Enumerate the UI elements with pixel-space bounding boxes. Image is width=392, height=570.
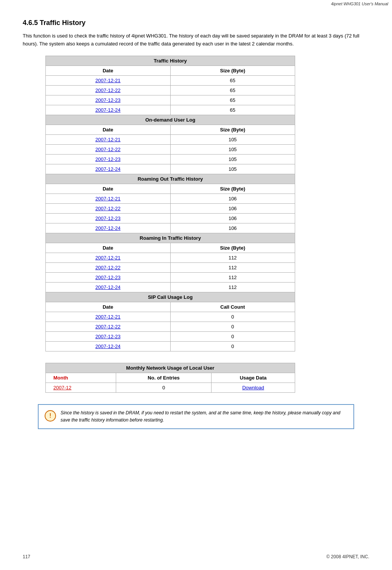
sip-date-link-2[interactable]: 2007-12-22 [95,324,121,330]
sip-count-4: 0 [170,341,295,351]
footer: 117 © 2008 4IPNET, INC. [0,551,392,562]
monthly-usage-header: Monthly Network Usage of Local User [46,363,295,373]
table-row: 2007-12-22 106 [46,203,295,213]
download-link-1[interactable]: Download [242,385,264,390]
manual-title: 4ipnet WHG301 User's Manual [327,0,392,8]
traffic-date-link-2[interactable]: 2007-12-22 [95,87,121,93]
table-row: 2007-12-21 65 [46,75,295,85]
traffic-date-link-3[interactable]: 2007-12-23 [95,97,121,103]
monthly-usage-col: Usage Data [212,373,295,383]
ondemand-size-2: 105 [170,144,295,154]
roaming-in-date-col: Date [46,243,171,253]
traffic-size-4: 65 [170,105,295,115]
traffic-date-link-1[interactable]: 2007-12-21 [95,78,121,83]
traffic-date-col-header: Date [46,66,171,75]
roaming-in-size-3: 112 [170,272,295,282]
ondemand-date-col: Date [46,125,171,134]
section-title: 4.6.5 Traffic History [23,19,369,27]
table-row: 2007-12-22 112 [46,262,295,272]
table-row: 2007-12-21 0 [46,312,295,322]
ondemand-size-col: Size (Byte) [170,125,295,134]
traffic-size-col-header: Size (Byte) [170,66,295,75]
roaming-in-size-col: Size (Byte) [170,243,295,253]
ondemand-date-link-4[interactable]: 2007-12-24 [95,166,121,172]
roaming-in-date-link-1[interactable]: 2007-12-21 [95,255,121,261]
table-row: 2007-12-24 105 [46,164,295,174]
table-row: 2007-12-24 65 [46,105,295,115]
roaming-out-date-col: Date [46,184,171,194]
table-row: 2007-12-21 105 [46,134,295,144]
table-row: 2007-12 0 Download [46,383,295,392]
table-row: 2007-12-24 112 [46,282,295,292]
table-row: 2007-12-22 0 [46,322,295,331]
monthly-usage-table: Monthly Network Usage of Local User Mont… [45,363,295,393]
traffic-size-1: 65 [170,75,295,85]
roaming-in-date-link-4[interactable]: 2007-12-24 [95,284,121,290]
ondemand-size-3: 105 [170,154,295,164]
monthly-entries-1: 0 [116,383,211,392]
copyright: © 2008 4IPNET, INC. [326,554,369,559]
table-row: 2007-12-21 106 [46,194,295,203]
roaming-out-size-2: 106 [170,203,295,213]
table-row: 2007-12-23 112 [46,272,295,282]
roaming-out-date-link-4[interactable]: 2007-12-24 [95,225,121,231]
monthly-month-col: Month [46,373,116,383]
sip-date-link-3[interactable]: 2007-12-23 [95,334,121,339]
roaming-in-header: Roaming In Traffic History [46,233,295,243]
warning-icon: ! [45,410,56,422]
table-row: 2007-12-22 65 [46,85,295,95]
ondemand-date-link-1[interactable]: 2007-12-21 [95,137,121,142]
table-row: 2007-12-23 65 [46,95,295,105]
notice-box: ! Since the history is saved in the DRAM… [38,404,354,429]
sip-date-link-4[interactable]: 2007-12-24 [95,344,121,349]
notice-text: Since the history is saved in the DRAM, … [61,409,347,424]
roaming-in-size-1: 112 [170,253,295,262]
sip-count-2: 0 [170,322,295,331]
section-description: This function is used to check the traff… [23,32,369,48]
table-row: 2007-12-21 112 [46,253,295,262]
roaming-out-date-link-1[interactable]: 2007-12-21 [95,196,121,201]
table-row: 2007-12-23 105 [46,154,295,164]
sip-count-1: 0 [170,312,295,322]
sip-date-col: Date [46,302,171,312]
roaming-out-size-1: 106 [170,194,295,203]
ondemand-date-link-3[interactable]: 2007-12-23 [95,156,121,162]
table-row: 2007-12-23 106 [46,213,295,223]
traffic-date-link-4[interactable]: 2007-12-24 [95,107,121,113]
table-row: 2007-12-24 106 [46,223,295,233]
roaming-out-date-link-2[interactable]: 2007-12-22 [95,206,121,211]
table-row: 2007-12-24 0 [46,341,295,351]
ondemand-size-4: 105 [170,164,295,174]
traffic-size-2: 65 [170,85,295,95]
roaming-in-size-4: 112 [170,282,295,292]
roaming-out-size-col: Size (Byte) [170,184,295,194]
roaming-out-date-link-3[interactable]: 2007-12-23 [95,216,121,221]
roaming-out-size-3: 106 [170,213,295,223]
traffic-history-header: Traffic History [46,56,295,66]
roaming-in-date-link-2[interactable]: 2007-12-22 [95,265,121,270]
sip-count-3: 0 [170,331,295,341]
roaming-out-size-4: 106 [170,223,295,233]
sip-call-header: SIP Call Usage Log [46,292,295,302]
roaming-out-header: Roaming Out Traffic History [46,174,295,184]
page-number: 117 [23,554,30,559]
table-row: 2007-12-22 105 [46,144,295,154]
roaming-in-size-2: 112 [170,262,295,272]
ondemand-size-1: 105 [170,134,295,144]
monthly-entries-col: No. of Entries [116,373,211,383]
ondemand-header: On-demand User Log [46,115,295,125]
sip-date-link-1[interactable]: 2007-12-21 [95,314,121,320]
monthly-month-link-1[interactable]: 2007-12 [53,385,72,390]
roaming-in-date-link-3[interactable]: 2007-12-23 [95,275,121,280]
table-row: 2007-12-23 0 [46,331,295,341]
sip-count-col: Call Count [170,302,295,312]
traffic-history-table: Traffic History Date Size (Byte) 2007-12… [45,56,295,351]
ondemand-date-link-2[interactable]: 2007-12-22 [95,147,121,152]
traffic-size-3: 65 [170,95,295,105]
